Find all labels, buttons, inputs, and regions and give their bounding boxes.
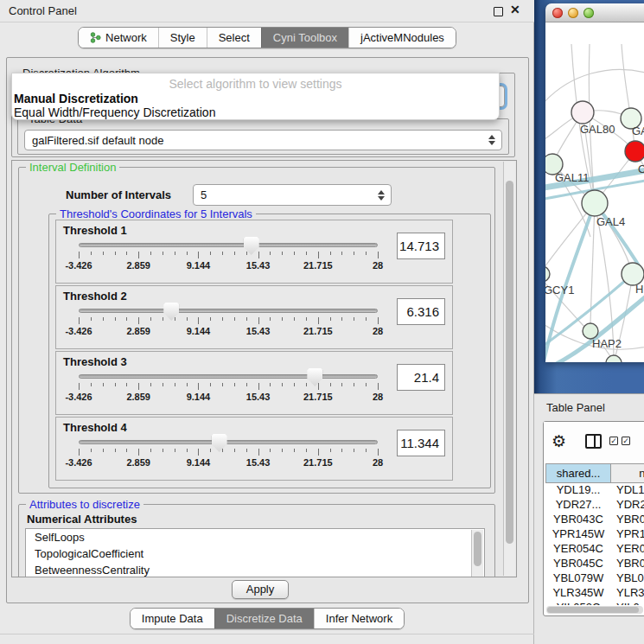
tab-discretize-data[interactable]: Discretize Data bbox=[214, 609, 314, 628]
checkbox-checked-icon[interactable]: ✓ bbox=[609, 437, 618, 445]
scale-label: 15.43 bbox=[246, 260, 271, 271]
table-row[interactable]: YLR345WYLR3 bbox=[545, 586, 644, 601]
table-row[interactable]: YBL079WYBL0 bbox=[545, 571, 644, 586]
slider-tick bbox=[378, 383, 379, 390]
close-traffic-light-icon[interactable] bbox=[552, 8, 563, 18]
threshold-value-field[interactable]: 6.316 bbox=[397, 298, 445, 325]
slider-tick bbox=[198, 317, 199, 324]
algorithm-option[interactable]: Manual Discretization bbox=[14, 92, 138, 105]
slider-tick bbox=[79, 317, 80, 324]
scale-label: 21.715 bbox=[303, 260, 333, 271]
split-columns-icon[interactable] bbox=[585, 434, 602, 449]
tab-infer-network[interactable]: Infer Network bbox=[314, 609, 404, 628]
slider-tick bbox=[366, 317, 367, 321]
float-window-icon[interactable] bbox=[494, 7, 503, 16]
network-node[interactable] bbox=[625, 141, 644, 162]
tab-select[interactable]: Select bbox=[207, 28, 261, 48]
slider-tick bbox=[210, 252, 211, 255]
group-title: Attributes to discretize bbox=[26, 498, 143, 511]
slider-tick bbox=[198, 449, 199, 456]
table-row[interactable]: YDL19...YDL1 bbox=[545, 483, 644, 498]
scale-label: -3.426 bbox=[65, 260, 92, 271]
combobox-value: 5 bbox=[201, 188, 207, 201]
slider-track[interactable] bbox=[79, 440, 378, 444]
slider-track[interactable] bbox=[79, 309, 378, 313]
num-intervals-combobox[interactable]: 5 bbox=[193, 184, 392, 206]
num-intervals-label: Number of Intervals bbox=[66, 188, 171, 201]
column-header-name[interactable]: na bbox=[611, 463, 644, 483]
slider-tick bbox=[258, 317, 259, 324]
slider-tick bbox=[282, 317, 283, 321]
slider-tick bbox=[330, 317, 331, 321]
tab-impute-data[interactable]: Impute Data bbox=[131, 609, 214, 628]
tab-jactivemnodules[interactable]: jActiveMNodules bbox=[348, 28, 456, 48]
table-data-combobox[interactable]: galFiltered.sif default node bbox=[24, 130, 502, 150]
scale-label: 2.859 bbox=[126, 457, 150, 468]
tab-label: Style bbox=[170, 31, 195, 44]
threshold-value-field[interactable]: 11.344 bbox=[397, 430, 445, 456]
attribute-item[interactable]: TopologicalCoefficient bbox=[26, 545, 484, 562]
network-node[interactable] bbox=[582, 190, 608, 216]
scale-label: 15.43 bbox=[246, 326, 271, 336]
group-title: Threshold's Coordinates for 5 Intervals bbox=[56, 207, 256, 220]
table-hscrollbar[interactable] bbox=[546, 606, 643, 614]
table-hscrollbar-thumb[interactable] bbox=[547, 607, 639, 613]
slider-handle[interactable] bbox=[307, 368, 322, 386]
table-row[interactable]: YBR045CYBR0 bbox=[545, 557, 644, 571]
slider-track[interactable] bbox=[79, 243, 378, 247]
table-rows: YDL19...YDL1YDR27...YDR2YBR043CYBR0YPR14… bbox=[545, 483, 644, 605]
slider-tick bbox=[198, 252, 199, 258]
network-canvas[interactable]: GAL80GACGAL11GAL4GCY1HHAP2 bbox=[545, 22, 644, 362]
slider-handle[interactable] bbox=[163, 303, 179, 321]
slider-handle[interactable] bbox=[212, 434, 227, 452]
threshold-value-field[interactable]: 14.713 bbox=[397, 233, 445, 259]
node-label: GAL80 bbox=[580, 123, 615, 136]
network-view-window[interactable]: GAL80GACGAL11GAL4GCY1HHAP2 bbox=[545, 3, 644, 362]
threshold-panel: Threshold 1-3.4262.8599.14415.4321.71528… bbox=[55, 220, 453, 284]
table-row[interactable]: YDR27...YDR2 bbox=[545, 498, 644, 513]
numerical-attributes-list[interactable]: SelfLoopsTopologicalCoefficientBetweenne… bbox=[25, 528, 485, 577]
network-node[interactable] bbox=[545, 266, 550, 282]
slider-tick bbox=[306, 252, 307, 255]
attribute-item[interactable]: BetweennessCentrality bbox=[26, 562, 484, 577]
column-header-shared-name[interactable]: shared... bbox=[545, 463, 611, 483]
checkbox-checked-icon[interactable]: ✓ bbox=[622, 437, 630, 445]
gear-icon[interactable]: ⚙ bbox=[552, 431, 566, 451]
zoom-traffic-light-icon[interactable] bbox=[583, 8, 594, 18]
network-window-titlebar[interactable] bbox=[545, 3, 644, 22]
panel-scrollbar[interactable] bbox=[503, 162, 515, 576]
slider-tick bbox=[378, 252, 379, 258]
network-node[interactable] bbox=[606, 355, 622, 362]
threshold-value-field[interactable]: 21.4 bbox=[397, 364, 445, 391]
table-row[interactable]: YPR145WYPR1 bbox=[545, 527, 644, 542]
tab-cyni-toolbox[interactable]: Cyni Toolbox bbox=[261, 28, 348, 48]
app-root: Control Panel ✕ NetworkStyleSelectCyni T… bbox=[0, 0, 644, 644]
minimize-traffic-light-icon[interactable] bbox=[568, 8, 578, 18]
slider-track[interactable] bbox=[79, 374, 378, 379]
slider-tick bbox=[294, 317, 295, 321]
slider-tick bbox=[222, 383, 223, 386]
slider-tick bbox=[115, 383, 116, 386]
cell-shared-name: YDL19... bbox=[545, 483, 611, 496]
scale-label: -3.426 bbox=[65, 392, 92, 402]
tab-style[interactable]: Style bbox=[158, 28, 207, 48]
slider-tick bbox=[126, 449, 127, 452]
slider-tick bbox=[246, 252, 247, 255]
network-icon bbox=[90, 32, 101, 43]
list-scrollbar[interactable] bbox=[471, 530, 483, 577]
attribute-item[interactable]: SelfLoops bbox=[26, 529, 484, 545]
table-row[interactable]: YBR043CYBR0 bbox=[545, 513, 644, 527]
network-node[interactable] bbox=[571, 101, 594, 124]
panel-scrollbar-thumb[interactable] bbox=[506, 181, 513, 544]
tab-network[interactable]: Network bbox=[79, 28, 158, 48]
table-panel-header: Table Panel bbox=[534, 393, 644, 421]
slider-tick bbox=[91, 252, 92, 255]
close-icon[interactable]: ✕ bbox=[510, 3, 520, 16]
table-row[interactable]: YER054CYER0 bbox=[545, 542, 644, 557]
list-scrollbar-thumb[interactable] bbox=[474, 532, 481, 566]
slider-tick bbox=[187, 317, 188, 321]
cell-name: YLR3 bbox=[616, 586, 644, 599]
algorithm-option[interactable]: Equal Width/Frequency Discretization bbox=[14, 105, 215, 119]
table-row[interactable]: YIL052CYIL0 bbox=[545, 601, 644, 605]
apply-button[interactable]: Apply bbox=[232, 580, 289, 599]
